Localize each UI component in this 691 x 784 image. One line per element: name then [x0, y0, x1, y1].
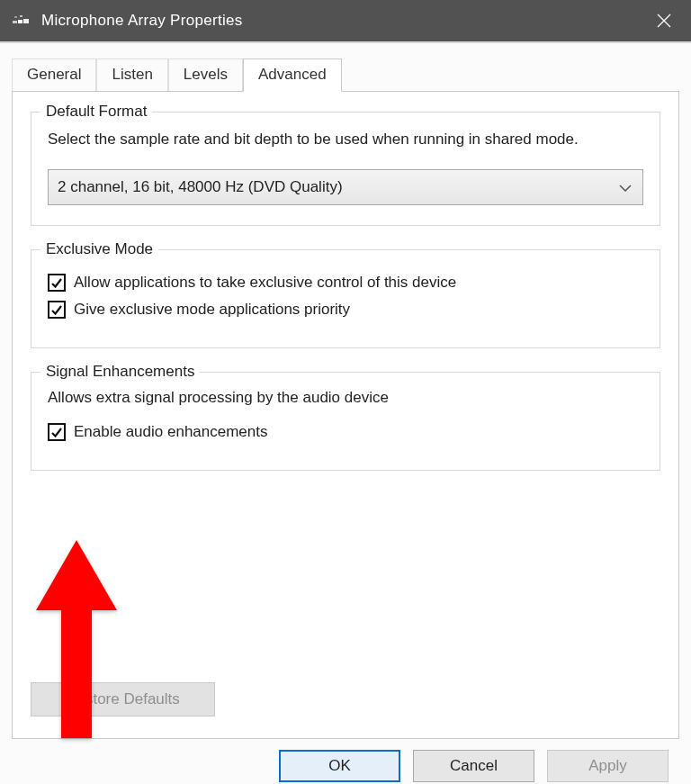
checkbox-icon — [48, 274, 66, 292]
apply-button[interactable]: Apply — [547, 750, 669, 782]
checkbox-exclusive-priority[interactable]: Give exclusive mode applications priorit… — [48, 301, 643, 319]
cancel-button[interactable]: Cancel — [413, 750, 534, 782]
groupbox-exclusive-mode: Exclusive Mode Allow applications to tak… — [31, 249, 660, 348]
checkbox-icon — [48, 301, 66, 319]
groupbox-default-format: Default Format Select the sample rate an… — [31, 112, 660, 226]
ok-button[interactable]: OK — [279, 750, 400, 782]
titlebar: Microphone Array Properties — [0, 0, 691, 41]
checkbox-enable-audio-enhancements[interactable]: Enable audio enhancements — [48, 423, 643, 441]
dialog-button-row: OK Cancel Apply — [12, 739, 679, 784]
default-format-description: Select the sample rate and bit depth to … — [48, 129, 643, 151]
tab-levels[interactable]: Levels — [168, 59, 243, 91]
close-button[interactable] — [637, 0, 691, 41]
default-format-selected: 2 channel, 16 bit, 48000 Hz (DVD Quality… — [58, 178, 343, 196]
microphone-array-device-icon — [13, 13, 31, 29]
allow-exclusive-label: Allow applications to take exclusive con… — [74, 274, 456, 292]
tab-panel-advanced: Default Format Select the sample rate an… — [12, 91, 679, 739]
groupbox-signal-enhancements: Signal Enhancements Allows extra signal … — [31, 372, 660, 471]
tab-advanced[interactable]: Advanced — [243, 59, 342, 92]
exclusive-priority-label: Give exclusive mode applications priorit… — [74, 301, 350, 319]
signal-enhancements-description: Allows extra signal processing by the au… — [48, 389, 643, 407]
exclusive-mode-legend: Exclusive Mode — [40, 240, 158, 258]
svg-rect-3 — [14, 16, 17, 18]
tab-general[interactable]: General — [12, 59, 96, 91]
restore-defaults-button[interactable]: Restore Defaults — [31, 682, 215, 716]
content-area: General Listen Levels Advanced Default F… — [0, 43, 691, 784]
svg-rect-1 — [18, 20, 22, 23]
enable-audio-enhancements-label: Enable audio enhancements — [74, 423, 268, 441]
checkbox-allow-exclusive[interactable]: Allow applications to take exclusive con… — [48, 274, 643, 292]
tab-listen[interactable]: Listen — [96, 59, 167, 91]
svg-rect-0 — [13, 21, 17, 23]
svg-rect-2 — [23, 19, 29, 23]
window-title: Microphone Array Properties — [41, 12, 243, 30]
default-format-legend: Default Format — [40, 103, 152, 121]
checkbox-icon — [48, 423, 66, 441]
tabstrip: General Listen Levels Advanced — [12, 59, 679, 91]
svg-rect-4 — [20, 15, 22, 17]
signal-enhancements-legend: Signal Enhancements — [40, 363, 200, 381]
default-format-combobox[interactable]: 2 channel, 16 bit, 48000 Hz (DVD Quality… — [48, 169, 643, 205]
chevron-down-icon — [619, 179, 632, 194]
